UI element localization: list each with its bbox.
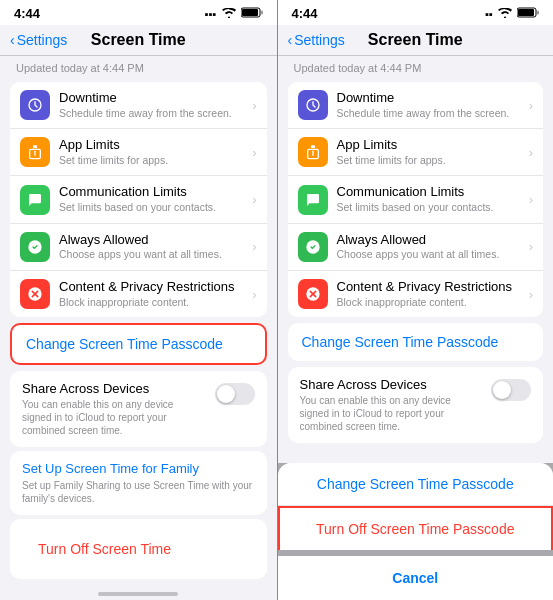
sheet-change-passcode[interactable]: Change Screen Time Passcode <box>278 463 554 506</box>
change-passcode-section-left: Change Screen Time Passcode <box>10 323 267 365</box>
scroll-area-left: Updated today at 4:44 PM Downtime Schedu… <box>0 56 277 586</box>
alwaysallowed-chevron-left: › <box>252 239 256 254</box>
applimits-title-left: App Limits <box>59 137 248 153</box>
back-arrow-right: ‹ <box>288 32 293 48</box>
svg-rect-1 <box>242 9 258 16</box>
alwaysallowed-icon-left <box>20 232 50 262</box>
svg-rect-13 <box>537 11 539 15</box>
battery-icon-right <box>517 7 539 20</box>
applimits-item-left[interactable]: App Limits Set time limits for apps. › <box>10 129 267 176</box>
downtime-item-right[interactable]: Downtime Schedule time away from the scr… <box>288 82 544 129</box>
applimits-subtitle-right: Set time limits for apps. <box>337 154 525 168</box>
change-passcode-label-left: Change Screen Time Passcode <box>26 336 223 352</box>
contentprivacy-icon-left <box>20 279 50 309</box>
svg-rect-15 <box>311 146 315 149</box>
contentprivacy-chevron-right: › <box>529 287 533 302</box>
commlimits-text-left: Communication Limits Set limits based on… <box>59 184 248 214</box>
nav-title-right: Screen Time <box>368 31 463 49</box>
action-sheet-right: Change Screen Time Passcode Turn Off Scr… <box>278 463 554 550</box>
commlimits-icon-right <box>298 185 328 215</box>
downtime-icon-right <box>298 90 328 120</box>
overlay-sheet-right: Change Screen Time Passcode Turn Off Scr… <box>278 463 554 600</box>
downtime-subtitle-right: Schedule time away from the screen. <box>337 107 525 121</box>
commlimits-item-right[interactable]: Communication Limits Set limits based on… <box>288 176 544 223</box>
commlimits-item-left[interactable]: Communication Limits Set limits based on… <box>10 176 267 223</box>
home-bar-left <box>0 586 277 600</box>
alwaysallowed-title-right: Always Allowed <box>337 232 525 248</box>
svg-rect-4 <box>33 146 37 149</box>
commlimits-title-right: Communication Limits <box>337 184 525 200</box>
updated-label-right: Updated today at 4:44 PM <box>278 56 554 78</box>
applimits-title-right: App Limits <box>337 137 525 153</box>
left-phone-panel: 4:44 ▪▪▪ ‹ Settings Screen Time Updated … <box>0 0 277 600</box>
applimits-chevron-right: › <box>529 145 533 160</box>
alwaysallowed-subtitle-right: Choose apps you want at all times. <box>337 248 525 262</box>
share-devices-desc-right: You can enable this on any device signed… <box>300 394 482 433</box>
share-devices-label-left: Share Across Devices <box>22 381 205 396</box>
battery-icon-left <box>241 7 263 20</box>
applimits-subtitle-left: Set time limits for apps. <box>59 154 248 168</box>
change-passcode-button-left[interactable]: Change Screen Time Passcode <box>10 323 267 365</box>
commlimits-subtitle-left: Set limits based on your contacts. <box>59 201 248 215</box>
share-devices-toggle-left[interactable] <box>215 383 255 405</box>
alwaysallowed-item-right[interactable]: Always Allowed Choose apps you want at a… <box>288 224 544 271</box>
downtime-text-right: Downtime Schedule time away from the scr… <box>337 90 525 120</box>
share-devices-row-left: Share Across Devices You can enable this… <box>10 371 267 447</box>
alwaysallowed-text-right: Always Allowed Choose apps you want at a… <box>337 232 525 262</box>
back-arrow-left: ‹ <box>10 32 15 48</box>
commlimits-subtitle-right: Set limits based on your contacts. <box>337 201 525 215</box>
contentprivacy-title-right: Content & Privacy Restrictions <box>337 279 525 295</box>
contentprivacy-text-right: Content & Privacy Restrictions Block ina… <box>337 279 525 309</box>
updated-label-left: Updated today at 4:44 PM <box>0 56 277 78</box>
downtime-title-left: Downtime <box>59 90 248 106</box>
alwaysallowed-text-left: Always Allowed Choose apps you want at a… <box>59 232 248 262</box>
status-bar-right: 4:44 ▪▪ <box>278 0 554 25</box>
time-left: 4:44 <box>14 6 40 21</box>
status-icons-left: ▪▪▪ <box>205 7 263 20</box>
applimits-icon-left <box>20 137 50 167</box>
contentprivacy-subtitle-right: Block inappropriate content. <box>337 296 525 310</box>
contentprivacy-text-left: Content & Privacy Restrictions Block ina… <box>59 279 248 309</box>
alwaysallowed-chevron-right: › <box>529 239 533 254</box>
change-passcode-button-right[interactable]: Change Screen Time Passcode <box>288 323 544 361</box>
back-button-left[interactable]: ‹ Settings <box>10 32 67 48</box>
commlimits-chevron-left: › <box>252 192 256 207</box>
menu-group-right: Downtime Schedule time away from the scr… <box>288 82 544 317</box>
commlimits-icon-left <box>20 185 50 215</box>
signal-icon-left: ▪▪▪ <box>205 8 217 20</box>
status-icons-right: ▪▪ <box>485 7 539 20</box>
share-devices-toggle-right[interactable] <box>491 379 531 401</box>
downtime-item-left[interactable]: Downtime Schedule time away from the scr… <box>10 82 267 129</box>
contentprivacy-item-right[interactable]: Content & Privacy Restrictions Block ina… <box>288 271 544 317</box>
contentprivacy-subtitle-left: Block inappropriate content. <box>59 296 248 310</box>
alwaysallowed-title-left: Always Allowed <box>59 232 248 248</box>
sheet-cancel-button[interactable]: Cancel <box>278 556 554 600</box>
downtime-title-right: Downtime <box>337 90 525 106</box>
commlimits-chevron-right: › <box>529 192 533 207</box>
share-devices-text-right: Share Across Devices You can enable this… <box>300 377 482 433</box>
home-indicator-left <box>98 592 178 596</box>
change-passcode-section-right: Change Screen Time Passcode <box>288 323 544 361</box>
back-button-right[interactable]: ‹ Settings <box>288 32 345 48</box>
applimits-chevron-left: › <box>252 145 256 160</box>
downtime-icon-left <box>20 90 50 120</box>
contentprivacy-item-left[interactable]: Content & Privacy Restrictions Block ina… <box>10 271 267 317</box>
contentprivacy-title-left: Content & Privacy Restrictions <box>59 279 248 295</box>
sheet-turn-off-passcode[interactable]: Turn Off Screen Time Passcode <box>278 506 554 550</box>
share-devices-text-left: Share Across Devices You can enable this… <box>22 381 205 437</box>
applimits-item-right[interactable]: App Limits Set time limits for apps. › <box>288 129 544 176</box>
share-devices-label-right: Share Across Devices <box>300 377 482 392</box>
alwaysallowed-subtitle-left: Choose apps you want at all times. <box>59 248 248 262</box>
family-link-left[interactable]: Set Up Screen Time for Family <box>22 461 255 476</box>
turn-off-btn-left[interactable]: Turn Off Screen Time <box>10 519 267 579</box>
back-label-left: Settings <box>17 32 68 48</box>
back-label-right: Settings <box>294 32 345 48</box>
alwaysallowed-icon-right <box>298 232 328 262</box>
wifi-icon-left <box>222 8 236 20</box>
alwaysallowed-item-left[interactable]: Always Allowed Choose apps you want at a… <box>10 224 267 271</box>
commlimits-title-left: Communication Limits <box>59 184 248 200</box>
downtime-chevron-left: › <box>252 98 256 113</box>
family-desc-left: Set up Family Sharing to use Screen Time… <box>22 479 255 505</box>
family-section-left: Set Up Screen Time for Family Set up Fam… <box>10 451 267 515</box>
signal-icon-right: ▪▪ <box>485 8 493 20</box>
